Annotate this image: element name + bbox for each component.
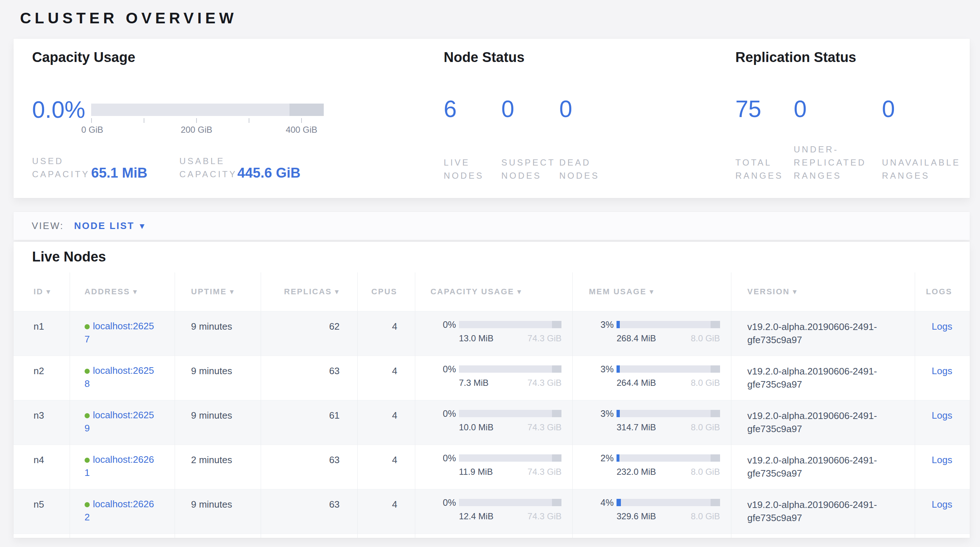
node-capacity-cell: 0%7.3 MiB74.3 GiB: [415, 356, 573, 400]
unavailable-ranges-stat: 0 UNAVAILABLE RANGES: [882, 97, 973, 182]
page: CLUSTER OVERVIEW Capacity Usage 0.0% 0 G…: [0, 0, 970, 538]
column-header-replicas[interactable]: REPLICAS▼: [261, 272, 357, 311]
capacity-reserve-segment: [290, 103, 324, 116]
node-address-cell: localhost:26261: [70, 445, 175, 489]
sort-arrow-icon: ▼: [335, 289, 339, 295]
capacity-bar: [459, 454, 562, 462]
usable-capacity-label: USABLE CAPACITY: [180, 154, 237, 181]
usable-capacity-value: 445.6 GiB: [237, 165, 301, 181]
axis-tick: [196, 118, 197, 123]
memory-meter: 2%232.0 MiB8.0 GiB: [573, 453, 720, 477]
memory-used-value: 232.0 MiB: [617, 467, 656, 477]
column-header-capacity-usage[interactable]: CAPACITY USAGE▼: [415, 272, 573, 311]
column-header-version[interactable]: VERSION▼: [731, 272, 915, 311]
capacity-max-value: 74.3 GiB: [528, 378, 562, 388]
node-logs-cell: Logs: [915, 445, 970, 489]
logs-link[interactable]: Logs: [932, 321, 952, 332]
memory-percent: 3%: [573, 364, 614, 375]
node-address-link[interactable]: localhost:26262: [84, 498, 154, 523]
live-nodes-tbody: n1localhost:262579 minutes6240%13.0 MiB7…: [13, 311, 970, 538]
sort-arrow-icon: ▼: [46, 289, 51, 295]
dead-nodes-count: 0: [559, 97, 617, 121]
node-address-link[interactable]: localhost:26261: [84, 454, 154, 478]
node-capacity-cell: 0%11.9 MiB74.3 GiB: [415, 445, 573, 489]
node-id-cell: n1: [13, 311, 70, 356]
capacity-meter: 0%7.3 MiB74.3 GiB: [415, 364, 562, 388]
column-header-id[interactable]: ID▼: [13, 272, 70, 311]
table-row: n5localhost:262629 minutes6340%12.4 MiB7…: [13, 489, 970, 534]
memory-max-value: 8.0 GiB: [691, 422, 720, 433]
node-replicas-cell: 62: [261, 311, 357, 356]
used-capacity-value: 65.1 MiB: [91, 165, 147, 181]
view-dropdown[interactable]: NODE LIST: [74, 220, 135, 232]
memory-bar: [617, 454, 720, 462]
column-header-address[interactable]: ADDRESS▼: [70, 272, 175, 311]
capacity-used-value: 10.0 MiB: [459, 422, 494, 433]
node-uptime-cell: 9 minutes: [175, 311, 261, 356]
suspect-nodes-stat: 0 SUSPECT NODES: [501, 97, 559, 182]
capacity-max-value: 74.3 GiB: [528, 467, 562, 477]
node-uptime-cell: 9 minutes: [175, 489, 261, 534]
view-label: VIEW:: [32, 220, 64, 232]
memory-bar: [617, 410, 720, 417]
memory-used-value: 264.4 MiB: [617, 378, 656, 388]
memory-max-value: 8.0 GiB: [691, 467, 720, 477]
logs-link[interactable]: Logs: [932, 499, 952, 510]
column-header-uptime[interactable]: UPTIME▼: [175, 272, 261, 311]
table-row: n2localhost:262589 minutes6340%7.3 MiB74…: [13, 356, 970, 400]
memory-bar-reserve: [711, 454, 720, 462]
capacity-bar: [459, 366, 562, 373]
memory-bar-reserve: [711, 366, 720, 373]
logs-link[interactable]: Logs: [932, 410, 952, 421]
under-replicated-label: UNDER- REPLICATED RANGES: [794, 143, 866, 182]
memory-max-value: 8.0 GiB: [691, 333, 720, 343]
total-ranges-stat: 75 TOTAL RANGES: [735, 97, 794, 182]
node-memory-cell: 2%232.0 MiB8.0 GiB: [573, 445, 731, 489]
table-row: n3localhost:262599 minutes6140%10.0 MiB7…: [13, 400, 970, 445]
live-status-dot-icon: [84, 324, 90, 329]
node-logs-cell: Logs: [915, 311, 970, 356]
capacity-bar-reserve: [552, 499, 562, 506]
node-version-cell: v19.2.0-alpha.20190606-2491-gfe735c9a97: [731, 311, 915, 356]
node-memory-cell: 4%329.6 MiB8.0 GiB: [573, 489, 731, 534]
memory-max-value: 8.0 GiB: [691, 378, 720, 388]
logs-link[interactable]: Logs: [932, 454, 952, 465]
column-header-mem-usage[interactable]: MEM USAGE▼: [573, 272, 731, 311]
capacity-meter: 0%10.0 MiB74.3 GiB: [415, 409, 562, 433]
axis-tick-label: 0 GiB: [81, 125, 103, 135]
capacity-percent: 0%: [415, 453, 456, 463]
capacity-used-value: 12.4 MiB: [459, 511, 494, 522]
memory-meter: 4%329.6 MiB8.0 GiB: [573, 498, 720, 522]
page-title: CLUSTER OVERVIEW: [13, 0, 970, 27]
capacity-usage-percent: 0.0%: [32, 98, 85, 122]
node-logs-cell: Logs: [915, 489, 970, 534]
capacity-max-value: 74.3 GiB: [528, 511, 562, 522]
node-address-link[interactable]: localhost:26258: [84, 365, 154, 389]
node-cpus-cell: 4: [357, 400, 415, 445]
capacity-meter: 0%12.4 MiB74.3 GiB: [415, 498, 562, 522]
live-nodes-title: Live Nodes: [13, 242, 970, 272]
live-nodes-label: LIVE NODES: [444, 156, 484, 182]
replication-status-title: Replication Status: [735, 49, 856, 65]
node-address-link[interactable]: localhost:26259: [84, 410, 154, 434]
capacity-percent: 0%: [415, 364, 456, 375]
memory-bar-reserve: [711, 410, 720, 417]
node-memory-cell: 3%264.4 MiB8.0 GiB: [573, 356, 731, 400]
view-selector-bar: VIEW: NODE LIST ▼: [13, 212, 970, 240]
memory-meter: 3%264.4 MiB8.0 GiB: [573, 364, 720, 388]
logs-link[interactable]: Logs: [932, 366, 952, 376]
memory-meter: 3%268.4 MiB8.0 GiB: [573, 320, 720, 343]
capacity-percent: 0%: [415, 320, 456, 330]
sort-arrow-icon: ▼: [792, 289, 797, 295]
node-address-link[interactable]: localhost:26257: [84, 321, 154, 345]
chevron-down-icon[interactable]: ▼: [140, 223, 145, 230]
memory-bar-fill: [617, 410, 620, 417]
node-version-cell: v19.2.0-alpha.20190606-2491-gfe735c9a97: [731, 356, 915, 400]
memory-meter: 3%314.7 MiB8.0 GiB: [573, 409, 720, 433]
node-uptime-cell: 9 minutes: [175, 400, 261, 445]
node-id-cell: n4: [13, 445, 70, 489]
sort-arrow-icon: ▼: [649, 289, 654, 295]
memory-max-value: 8.0 GiB: [691, 511, 720, 522]
memory-percent: 4%: [573, 498, 614, 508]
live-nodes-table: ID▼ ADDRESS▼ UPTIME▼ REPLICAS▼ CPUS CAPA…: [13, 272, 970, 538]
